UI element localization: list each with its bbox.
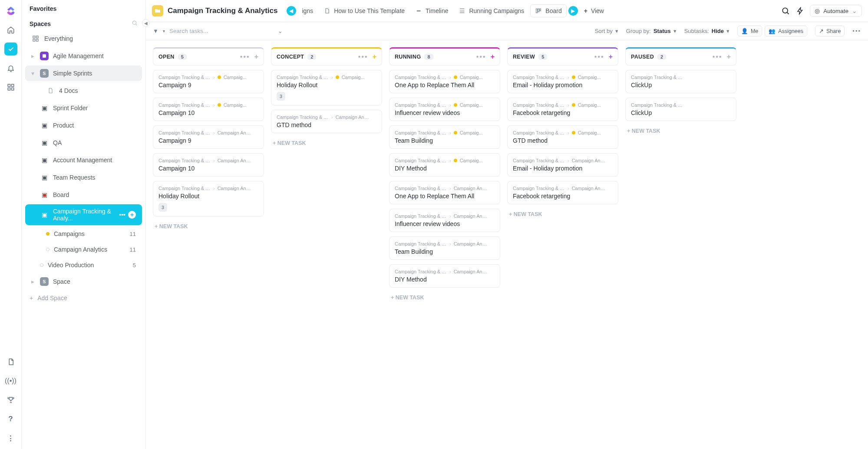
tab-how-to-use[interactable]: How to Use This Template xyxy=(319,5,409,17)
sidebar-space[interactable]: ▸ S Space xyxy=(25,274,142,289)
tab-timeline[interactable]: ━ Timeline xyxy=(411,5,452,17)
automate-button[interactable]: ◎ Automate ⌄ xyxy=(810,5,862,17)
column-header[interactable]: CONCEPT2•••+ xyxy=(271,47,382,66)
scroll-views-right[interactable]: ▶ xyxy=(568,6,578,16)
bolt-button[interactable] xyxy=(795,6,805,16)
column-count: 2 xyxy=(657,54,666,60)
sidebar-sprint-folder[interactable]: ▣Sprint Folder xyxy=(25,100,142,116)
column-add-button[interactable]: + xyxy=(491,53,495,61)
share-button[interactable]: ↗Share xyxy=(815,26,845,36)
sidebar-board-folder[interactable]: ▣Board xyxy=(25,187,142,203)
chevron-down-icon[interactable]: ⌄ xyxy=(278,28,283,34)
chevron-down-icon[interactable]: ▾ xyxy=(163,29,165,33)
sidebar-campaign-analytics[interactable]: Campaign Analytics 11 xyxy=(25,243,142,256)
nav-goals[interactable] xyxy=(4,393,17,406)
logo[interactable] xyxy=(4,4,17,17)
sidebar-everything[interactable]: Everything xyxy=(25,31,142,46)
search-button[interactable] xyxy=(780,6,791,16)
sidebar-account-management[interactable]: ▣Account Management xyxy=(25,152,142,168)
column-more-icon[interactable]: ••• xyxy=(358,53,368,61)
nav-help[interactable]: ? xyxy=(4,413,17,426)
task-card[interactable]: Campaign Tracking & Analyti...›Campaig..… xyxy=(153,70,264,93)
column-more-icon[interactable]: ••• xyxy=(476,53,486,61)
column-more-icon[interactable]: ••• xyxy=(594,53,604,61)
column-header[interactable]: OPEN5•••+ xyxy=(153,47,264,66)
task-card[interactable]: Campaign Tracking & Analyti...›Campaig..… xyxy=(507,125,618,149)
column-header[interactable]: REVIEW5•••+ xyxy=(507,47,618,66)
task-card[interactable]: Campaign Tracking & An...›Campaign Anal.… xyxy=(389,181,500,204)
sidebar-docs[interactable]: 4 Docs xyxy=(25,83,142,98)
sidebar-product[interactable]: ▣Product xyxy=(25,118,142,133)
filter-icon[interactable]: ▼ xyxy=(153,28,158,34)
task-card[interactable]: Campaign Tracking & Analyti...›Campaig..… xyxy=(507,98,618,121)
task-card[interactable]: Campaign Tracking & Analyti...›Campaig..… xyxy=(507,70,618,93)
task-card[interactable]: Campaign Tracking & An...›Campaign Anal.… xyxy=(507,181,618,204)
sidebar-campaigns[interactable]: Campaigns 11 xyxy=(25,227,142,241)
sidebar-simple-sprints[interactable]: ▾ S Simple Sprints xyxy=(25,66,142,81)
task-card[interactable]: Campaign Tracking & Analyti...›Campaig..… xyxy=(389,125,500,149)
task-card[interactable]: Campaign Tracking & An...›Campaign Anal.… xyxy=(507,153,618,177)
new-task-button[interactable]: + NEW TASK xyxy=(153,221,264,232)
task-card[interactable]: Campaign Tracking & AnaClickUp xyxy=(625,98,736,121)
new-task-button[interactable]: + NEW TASK xyxy=(507,209,618,220)
spaces-heading[interactable]: Spaces xyxy=(22,15,145,30)
column-add-button[interactable]: + xyxy=(373,53,376,61)
column-more-icon[interactable]: ••• xyxy=(240,53,250,61)
subtasks-button[interactable]: Subtasks:Hide▾ xyxy=(684,28,729,34)
new-task-button[interactable]: + NEW TASK xyxy=(389,292,500,303)
sidebar-qa[interactable]: ▣QA xyxy=(25,135,142,151)
task-card[interactable]: Campaign Tracking & AnaClickUp xyxy=(625,70,736,93)
column-header[interactable]: RUNNING8•••+ xyxy=(389,47,500,66)
nav-home[interactable] xyxy=(4,23,17,36)
task-card[interactable]: Campaign Tracking & An...›Campaign Anal.… xyxy=(153,181,264,216)
folder-color-icon[interactable] xyxy=(152,5,163,16)
nav-docs[interactable] xyxy=(4,355,17,368)
tab-board[interactable]: Board xyxy=(530,4,566,17)
add-view-button[interactable]: +View xyxy=(580,5,608,17)
kanban-board[interactable]: OPEN5•••+Campaign Tracking & Analyti...›… xyxy=(146,40,868,449)
task-card[interactable]: Campaign Tracking & An...›Campaign Anal.… xyxy=(271,110,382,133)
task-card[interactable]: Campaign Tracking & An...›Campaign Anal.… xyxy=(389,236,500,260)
nav-notifications[interactable] xyxy=(4,62,17,75)
more-button[interactable]: ••• xyxy=(852,28,861,34)
card-breadcrumb: Campaign Tracking & Analyti...›Campaig..… xyxy=(513,130,613,135)
tab-partial[interactable]: igns xyxy=(298,5,318,17)
nav-more[interactable]: ⋮ xyxy=(4,432,17,445)
search-tasks-input[interactable] xyxy=(169,28,243,34)
sidebar-agile-management[interactable]: ▸ Agile Management xyxy=(25,48,142,64)
task-card[interactable]: Campaign Tracking & An...›Campaign Anal.… xyxy=(153,125,264,149)
sidebar-team-requests[interactable]: ▣Team Requests xyxy=(25,170,142,185)
add-space-button[interactable]: +Add Space xyxy=(22,290,145,306)
task-card[interactable]: Campaign Tracking & Analyti...›Campaig..… xyxy=(271,70,382,105)
nav-apps[interactable] xyxy=(4,81,17,94)
column-add-button[interactable]: + xyxy=(609,53,613,61)
task-card[interactable]: Campaign Tracking & An...›Campaign Anal.… xyxy=(389,209,500,232)
column-add-button[interactable]: + xyxy=(254,53,258,61)
add-button[interactable]: + xyxy=(128,211,136,219)
more-icon[interactable]: ••• xyxy=(119,211,125,218)
task-card[interactable]: Campaign Tracking & Analyti...›Campaig..… xyxy=(389,98,500,121)
search-spaces-icon[interactable] xyxy=(132,20,138,27)
nav-tasks[interactable] xyxy=(4,43,17,56)
task-card[interactable]: Campaign Tracking & Analyti...›Campaig..… xyxy=(389,153,500,177)
task-card[interactable]: Campaign Tracking & Analyti...›Campaig..… xyxy=(389,70,500,93)
assignees-filter-button[interactable]: 👥Assignees xyxy=(765,26,807,36)
nav-pulse[interactable]: ((•)) xyxy=(4,374,17,387)
sidebar-video-production[interactable]: Video Production 5 xyxy=(25,258,142,272)
task-card[interactable]: Campaign Tracking & An...›Campaign Anal.… xyxy=(153,153,264,177)
scroll-views-left[interactable]: ◀ xyxy=(287,6,296,16)
new-task-button[interactable]: + NEW TASK xyxy=(271,138,382,149)
sort-by-button[interactable]: Sort by▾ xyxy=(595,28,618,34)
me-filter-button[interactable]: 👤Me xyxy=(737,26,762,36)
column-more-icon[interactable]: ••• xyxy=(713,53,723,61)
task-card[interactable]: Campaign Tracking & An...›Campaign Anal.… xyxy=(389,264,500,288)
new-task-button[interactable]: + NEW TASK xyxy=(625,125,736,137)
card-breadcrumb: Campaign Tracking & Analyti...›Campaig..… xyxy=(277,75,376,80)
column-header[interactable]: PAUSED2•••+ xyxy=(625,47,736,66)
task-card[interactable]: Campaign Tracking & Analyti...›Campaig..… xyxy=(153,98,264,121)
tab-running-campaigns[interactable]: ☰ Running Campaigns xyxy=(454,5,528,17)
group-by-button[interactable]: Group by:Status▾ xyxy=(626,28,677,34)
favorites-heading[interactable]: Favorites xyxy=(22,0,145,15)
sidebar-campaign-tracking[interactable]: ▣ Campaign Tracking & Analy... •••+ xyxy=(25,204,142,225)
column-add-button[interactable]: + xyxy=(727,53,731,61)
